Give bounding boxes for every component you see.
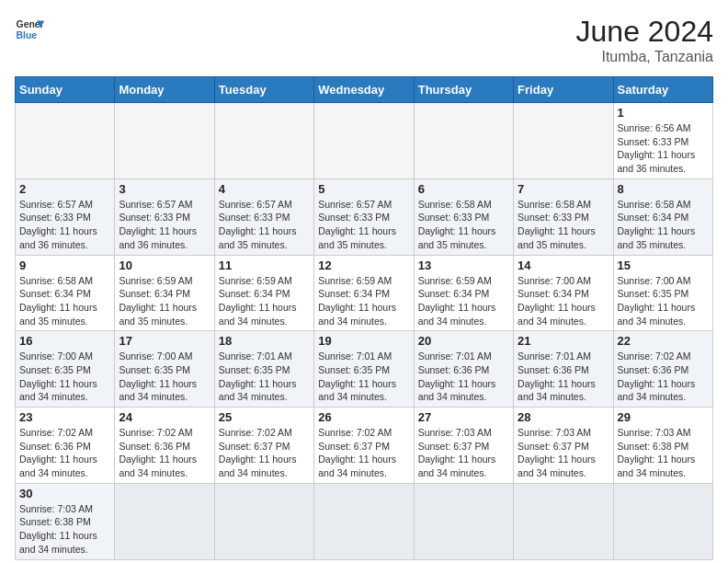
day-info: Sunrise: 6:58 AMSunset: 6:33 PMDaylight:…	[418, 198, 509, 252]
day-number: 29	[618, 410, 709, 424]
table-row: 30Sunrise: 7:03 AMSunset: 6:38 PMDayligh…	[16, 483, 115, 559]
table-row: 28Sunrise: 7:03 AMSunset: 6:37 PMDayligh…	[514, 408, 613, 484]
table-row: 25Sunrise: 7:02 AMSunset: 6:37 PMDayligh…	[214, 408, 313, 484]
day-number: 25	[219, 410, 310, 424]
day-info: Sunrise: 7:02 AMSunset: 6:37 PMDaylight:…	[318, 426, 409, 480]
day-info: Sunrise: 6:59 AMSunset: 6:34 PMDaylight:…	[219, 274, 310, 328]
day-info: Sunrise: 7:03 AMSunset: 6:37 PMDaylight:…	[418, 426, 509, 480]
table-row: 13Sunrise: 6:59 AMSunset: 6:34 PMDayligh…	[414, 255, 513, 331]
table-row: 15Sunrise: 7:00 AMSunset: 6:35 PMDayligh…	[613, 255, 712, 331]
table-row	[115, 483, 214, 559]
day-number: 3	[119, 182, 210, 196]
day-info: Sunrise: 7:00 AMSunset: 6:35 PMDaylight:…	[119, 350, 210, 404]
header-friday: Friday	[514, 77, 613, 103]
table-row: 5Sunrise: 6:57 AMSunset: 6:33 PMDaylight…	[314, 178, 414, 255]
day-number: 12	[318, 259, 409, 272]
table-row: 8Sunrise: 6:58 AMSunset: 6:34 PMDaylight…	[613, 178, 712, 255]
table-row: 11Sunrise: 6:59 AMSunset: 6:34 PMDayligh…	[214, 255, 313, 331]
table-row: 12Sunrise: 6:59 AMSunset: 6:34 PMDayligh…	[314, 255, 414, 331]
day-number: 28	[518, 410, 609, 424]
logo: General Blue	[15, 15, 44, 44]
day-number: 20	[418, 334, 509, 348]
table-row: 2Sunrise: 6:57 AMSunset: 6:33 PMDaylight…	[16, 178, 115, 255]
day-number: 22	[618, 334, 709, 348]
table-row: 21Sunrise: 7:01 AMSunset: 6:36 PMDayligh…	[514, 331, 613, 408]
table-row	[16, 103, 115, 179]
day-number: 21	[518, 334, 609, 348]
day-info: Sunrise: 7:01 AMSunset: 6:36 PMDaylight:…	[518, 350, 609, 404]
table-row: 4Sunrise: 6:57 AMSunset: 6:33 PMDaylight…	[214, 178, 313, 255]
day-number: 8	[618, 182, 709, 196]
table-row: 7Sunrise: 6:58 AMSunset: 6:33 PMDaylight…	[514, 178, 613, 255]
day-info: Sunrise: 7:02 AMSunset: 6:36 PMDaylight:…	[618, 350, 709, 404]
day-info: Sunrise: 6:57 AMSunset: 6:33 PMDaylight:…	[219, 198, 310, 252]
header-thursday: Thursday	[414, 77, 513, 103]
table-row: 3Sunrise: 6:57 AMSunset: 6:33 PMDaylight…	[115, 178, 214, 255]
table-row: 17Sunrise: 7:00 AMSunset: 6:35 PMDayligh…	[115, 331, 214, 408]
day-info: Sunrise: 7:03 AMSunset: 6:37 PMDaylight:…	[518, 426, 609, 480]
header-saturday: Saturday	[613, 77, 712, 103]
header-sunday: Sunday	[16, 77, 115, 103]
day-number: 7	[518, 182, 609, 196]
day-info: Sunrise: 6:57 AMSunset: 6:33 PMDaylight:…	[318, 198, 409, 252]
day-number: 24	[119, 410, 210, 424]
table-row	[214, 483, 313, 559]
day-info: Sunrise: 6:59 AMSunset: 6:34 PMDaylight:…	[119, 274, 210, 328]
table-row	[514, 483, 613, 559]
table-row	[613, 483, 712, 559]
table-row	[414, 103, 513, 179]
calendar-week-row: 9Sunrise: 6:58 AMSunset: 6:34 PMDaylight…	[16, 255, 713, 331]
day-info: Sunrise: 6:56 AMSunset: 6:33 PMDaylight:…	[618, 121, 709, 176]
table-row	[214, 103, 313, 179]
day-number: 1	[618, 106, 709, 120]
table-row: 18Sunrise: 7:01 AMSunset: 6:35 PMDayligh…	[214, 331, 313, 408]
day-number: 30	[19, 487, 110, 500]
table-row	[314, 483, 414, 559]
day-number: 11	[219, 259, 310, 272]
day-info: Sunrise: 6:58 AMSunset: 6:34 PMDaylight:…	[618, 198, 709, 252]
day-number: 26	[318, 410, 409, 424]
day-info: Sunrise: 6:57 AMSunset: 6:33 PMDaylight:…	[19, 198, 110, 252]
day-number: 27	[418, 410, 509, 424]
header-monday: Monday	[115, 77, 214, 103]
day-info: Sunrise: 7:03 AMSunset: 6:38 PMDaylight:…	[618, 426, 709, 480]
day-info: Sunrise: 7:02 AMSunset: 6:36 PMDaylight:…	[119, 426, 210, 480]
day-info: Sunrise: 7:00 AMSunset: 6:35 PMDaylight:…	[618, 274, 709, 328]
day-number: 6	[418, 182, 509, 196]
day-info: Sunrise: 7:02 AMSunset: 6:37 PMDaylight:…	[219, 426, 310, 480]
table-row: 6Sunrise: 6:58 AMSunset: 6:33 PMDaylight…	[414, 178, 513, 255]
day-number: 13	[418, 259, 509, 272]
header: General Blue June 2024 Itumba, Tanzania	[15, 15, 713, 65]
day-number: 19	[318, 334, 409, 348]
day-info: Sunrise: 7:01 AMSunset: 6:35 PMDaylight:…	[318, 350, 409, 404]
table-row: 29Sunrise: 7:03 AMSunset: 6:38 PMDayligh…	[613, 408, 712, 484]
title-area: June 2024 Itumba, Tanzania	[576, 15, 713, 65]
calendar: Sunday Monday Tuesday Wednesday Thursday…	[15, 76, 713, 560]
day-info: Sunrise: 6:57 AMSunset: 6:33 PMDaylight:…	[119, 198, 210, 252]
header-tuesday: Tuesday	[214, 77, 313, 103]
day-number: 5	[318, 182, 409, 196]
calendar-week-row: 30Sunrise: 7:03 AMSunset: 6:38 PMDayligh…	[16, 483, 713, 559]
table-row: 10Sunrise: 6:59 AMSunset: 6:34 PMDayligh…	[115, 255, 214, 331]
day-info: Sunrise: 7:00 AMSunset: 6:35 PMDaylight:…	[19, 350, 110, 404]
day-info: Sunrise: 6:59 AMSunset: 6:34 PMDaylight:…	[318, 274, 409, 328]
month-title: June 2024	[576, 15, 713, 49]
table-row: 9Sunrise: 6:58 AMSunset: 6:34 PMDaylight…	[16, 255, 115, 331]
table-row: 26Sunrise: 7:02 AMSunset: 6:37 PMDayligh…	[314, 408, 414, 484]
day-number: 18	[219, 334, 310, 348]
day-info: Sunrise: 7:03 AMSunset: 6:38 PMDaylight:…	[19, 502, 110, 557]
day-number: 15	[618, 259, 709, 272]
day-info: Sunrise: 6:58 AMSunset: 6:33 PMDaylight:…	[518, 198, 609, 252]
table-row	[115, 103, 214, 179]
table-row: 1Sunrise: 6:56 AMSunset: 6:33 PMDaylight…	[613, 103, 712, 179]
day-info: Sunrise: 7:01 AMSunset: 6:35 PMDaylight:…	[219, 350, 310, 404]
calendar-week-row: 16Sunrise: 7:00 AMSunset: 6:35 PMDayligh…	[16, 331, 713, 408]
day-number: 14	[518, 259, 609, 272]
day-info: Sunrise: 7:01 AMSunset: 6:36 PMDaylight:…	[418, 350, 509, 404]
day-number: 4	[219, 182, 310, 196]
table-row	[514, 103, 613, 179]
day-info: Sunrise: 6:59 AMSunset: 6:34 PMDaylight:…	[418, 274, 509, 328]
day-info: Sunrise: 6:58 AMSunset: 6:34 PMDaylight:…	[19, 274, 110, 328]
table-row	[314, 103, 414, 179]
table-row	[414, 483, 513, 559]
